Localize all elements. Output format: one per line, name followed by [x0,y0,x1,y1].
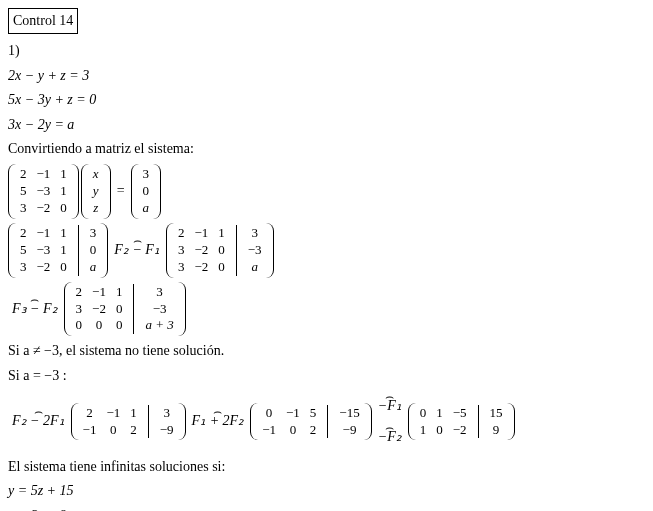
row-op-4: F₁ + 2F₂ [192,410,245,432]
augmented-matrix-5: 0−15−102 −15−9 [250,403,372,441]
row-reduction-step-1: 2−115−313−20 30a F₂ − F₁ 2−113−203−20 3−… [8,223,645,278]
rhs-vector: 30a [131,164,162,219]
row-reduction-step-3: F₂ − 2F₁ 2−11−102 3−9 F₁ + 2F₂ 0−15−102 … [8,391,645,452]
row-reduction-step-2: F₃ − F₂ 2−113−20000 3−3a + 3 [8,282,645,337]
augmented-matrix-2: 2−113−203−20 3−3a [166,223,274,278]
solution-x: x = 2z + 9 [8,505,645,511]
row-op-5a: −F₁ [378,395,402,417]
row-op-5b: −F₂ [378,426,402,448]
equation-3: 3x − 2y = a [8,114,645,136]
row-op-5-stack: −F₁ −F₂ [378,391,402,452]
equation-1: 2x − y + z = 3 [8,65,645,87]
convert-text: Convirtiendo a matriz el sistema: [8,138,645,160]
equals-sign: = [117,180,125,202]
augmented-matrix-1: 2−115−313−20 30a [8,223,108,278]
row-op-1: F₂ − F₁ [114,239,160,261]
equation-2: 5x − 3y + z = 0 [8,89,645,111]
title-box: Control 14 [8,8,78,34]
solution-y: y = 5z + 15 [8,480,645,502]
matrix-equation: 2−115−313−20 xyz = 30a [8,164,645,219]
case-no-solution: Si a ≠ −3, el sistema no tiene solución. [8,340,645,362]
coefficient-matrix: 2−115−313−20 [8,164,79,219]
infinite-solutions-text: El sistema tiene infinitas soluciones si… [8,456,645,478]
augmented-matrix-3: 2−113−20000 3−3a + 3 [64,282,186,337]
augmented-matrix-6: 01−510−2 159 [408,403,515,441]
item-number: 1) [8,40,645,62]
row-op-3: F₂ − 2F₁ [12,410,65,432]
variable-vector: xyz [81,164,111,219]
case-a-neg3: Si a = −3 : [8,365,645,387]
augmented-matrix-4: 2−11−102 3−9 [71,403,186,441]
row-op-2: F₃ − F₂ [12,298,58,320]
title-text: Control 14 [13,13,73,28]
